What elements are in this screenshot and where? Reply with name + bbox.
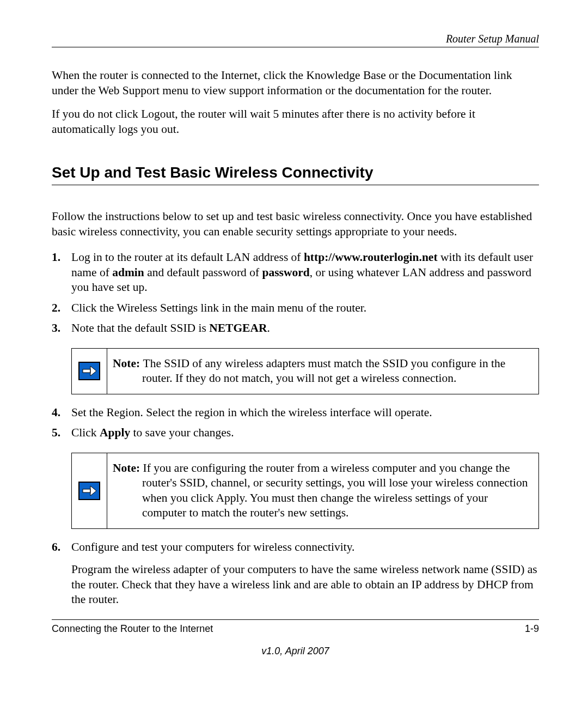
note-block-1: Note: The SSID of any wireless adapters … — [71, 348, 539, 394]
step-2: 2. Click the Wireless Settings link in t… — [52, 301, 539, 316]
step-6: 6. Configure and test your computers for… — [52, 540, 539, 607]
svg-marker-1 — [90, 366, 96, 376]
step-5: 5. Click Apply to save your changes. — [52, 425, 539, 441]
note-label: Note: — [113, 461, 143, 474]
step-list: 1. Log in to the router at its default L… — [52, 250, 539, 336]
note-label: Note: — [113, 357, 143, 370]
step-body: Log in to the router at its default LAN … — [71, 250, 539, 295]
step-number: 5. — [52, 425, 71, 441]
step-1: 1. Log in to the router at its default L… — [52, 250, 539, 295]
step-body: Set the Region. Select the region in whi… — [71, 405, 539, 421]
login-url: http://www.routerlogin.net — [304, 251, 438, 264]
note-icon-cell — [72, 349, 107, 394]
default-user: admin — [112, 266, 144, 279]
apply-label: Apply — [100, 426, 130, 439]
step-body: Configure and test your computers for wi… — [71, 540, 539, 607]
page-footer: Connecting the Router to the Internet 1-… — [52, 619, 539, 657]
step-body: Click Apply to save your changes. — [71, 425, 539, 441]
section-intro: Follow the instructions below to set up … — [52, 209, 539, 239]
footer-left: Connecting the Router to the Internet — [52, 623, 213, 635]
note-block-2: Note: If you are configuring the router … — [71, 453, 539, 529]
arrow-right-icon — [78, 362, 100, 380]
svg-rect-4 — [83, 489, 90, 492]
svg-rect-0 — [83, 369, 90, 373]
step-body: Click the Wireless Settings link in the … — [71, 301, 539, 316]
note-body: The SSID of any wireless adapters must m… — [142, 357, 505, 385]
note-icon-cell — [72, 453, 107, 528]
intro-paragraph-1: When the router is connected to the Inte… — [52, 68, 539, 98]
step-number: 4. — [52, 405, 71, 421]
default-ssid: NETGEAR — [209, 321, 267, 334]
intro-paragraph-2: If you do not click Logout, the router w… — [52, 107, 539, 137]
footer-version: v1.0, April 2007 — [52, 646, 539, 657]
step-body: Note that the default SSID is NETGEAR. — [71, 321, 539, 336]
note-body: If you are configuring the router from a… — [142, 461, 528, 520]
note-text: Note: If you are configuring the router … — [107, 453, 538, 528]
arrow-right-icon — [78, 482, 100, 500]
note-text: Note: The SSID of any wireless adapters … — [107, 349, 538, 394]
step-number: 2. — [52, 301, 71, 316]
header-title: Router Setup Manual — [446, 33, 539, 45]
default-password: password — [262, 266, 310, 279]
step-list-cont2: 6. Configure and test your computers for… — [52, 540, 539, 607]
footer-page-number: 1-9 — [525, 623, 539, 635]
step-4: 4. Set the Region. Select the region in … — [52, 405, 539, 421]
step-number: 6. — [52, 540, 71, 607]
svg-marker-5 — [90, 486, 96, 496]
page-header: Router Setup Manual — [52, 33, 539, 47]
step-list-cont1: 4. Set the Region. Select the region in … — [52, 405, 539, 441]
step-3: 3. Note that the default SSID is NETGEAR… — [52, 321, 539, 336]
step-subtext: Program the wireless adapter of your com… — [71, 562, 539, 607]
step-number: 1. — [52, 250, 71, 295]
step-number: 3. — [52, 321, 71, 336]
section-heading: Set Up and Test Basic Wireless Connectiv… — [52, 164, 539, 185]
